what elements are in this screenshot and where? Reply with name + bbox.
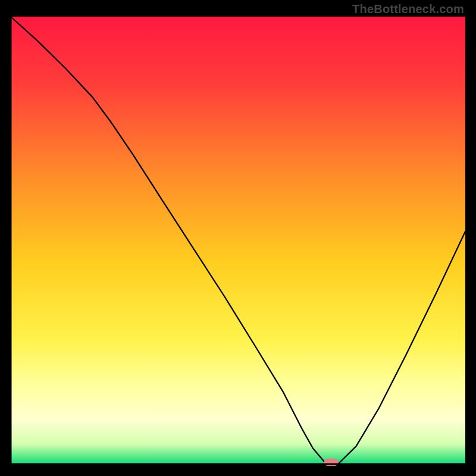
svg-rect-0	[11, 17, 465, 464]
bottleneck-chart	[0, 0, 476, 476]
watermark-label: TheBottleneck.com	[352, 2, 464, 16]
chart-wrapper: TheBottleneck.com	[0, 0, 476, 476]
